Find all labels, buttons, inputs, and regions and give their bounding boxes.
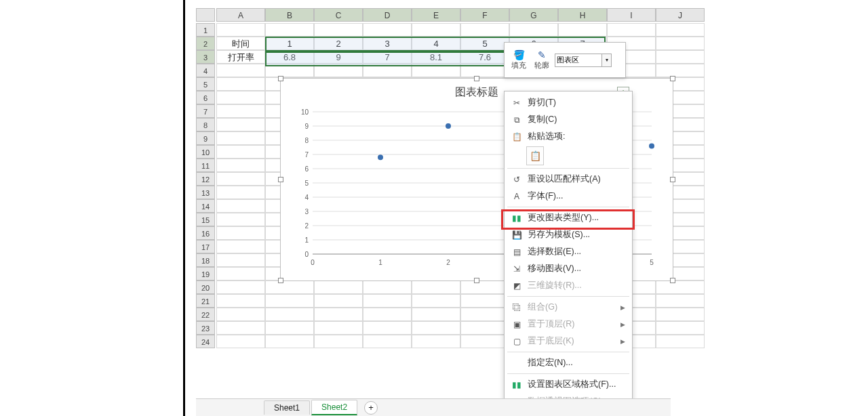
cell[interactable] (412, 294, 460, 308)
cell[interactable] (216, 23, 265, 37)
menu-format-chart-area[interactable]: ▮▮ 设置图表区域格式(F)... (505, 376, 632, 393)
cell[interactable] (216, 294, 265, 308)
row-header[interactable]: 18 (196, 253, 215, 267)
cell[interactable] (460, 280, 509, 294)
resize-handle[interactable] (278, 76, 283, 81)
cell[interactable] (607, 23, 656, 37)
cell[interactable] (314, 308, 363, 321)
cell[interactable] (558, 23, 607, 37)
cell[interactable] (265, 308, 314, 321)
column-header[interactable]: G (509, 8, 558, 22)
cell[interactable] (265, 335, 314, 348)
row-header[interactable]: 15 (196, 213, 215, 226)
row-header[interactable]: 12 (196, 172, 215, 186)
chart-area-input[interactable] (555, 54, 602, 67)
row-header[interactable]: 6 (196, 91, 215, 104)
cell[interactable] (216, 159, 265, 172)
cell[interactable] (412, 308, 460, 321)
menu-copy[interactable]: ⧉ 复制(C) (505, 111, 632, 128)
resize-handle[interactable] (278, 278, 283, 283)
sheet-tab[interactable]: Sheet1 (264, 400, 310, 415)
cell[interactable] (460, 308, 509, 321)
column-header[interactable]: C (314, 8, 363, 22)
row-header[interactable]: 23 (196, 321, 215, 335)
cell[interactable] (656, 64, 705, 77)
cell[interactable] (265, 23, 314, 37)
cell[interactable] (216, 186, 265, 199)
cell[interactable] (363, 23, 412, 37)
row-header[interactable]: 20 (196, 280, 215, 294)
resize-handle[interactable] (278, 177, 283, 182)
menu-select-data[interactable]: ▤ 选择数据(E)... (505, 243, 632, 260)
cell[interactable] (412, 321, 460, 335)
cell[interactable] (460, 23, 509, 37)
cell[interactable] (216, 172, 265, 186)
cell[interactable] (314, 335, 363, 348)
cell[interactable] (216, 91, 265, 104)
cell[interactable] (460, 294, 509, 308)
row-header[interactable]: 2 (196, 37, 215, 50)
cell[interactable] (656, 50, 705, 64)
cell[interactable] (412, 23, 460, 37)
cell[interactable] (460, 321, 509, 335)
cell[interactable] (363, 335, 412, 348)
cell[interactable] (216, 118, 265, 131)
row-header[interactable]: 1 (196, 23, 215, 37)
cell[interactable] (216, 213, 265, 226)
row-header[interactable]: 8 (196, 118, 215, 131)
menu-assign-macro[interactable]: 指定宏(N)... (505, 354, 632, 371)
row-header[interactable]: 9 (196, 131, 215, 145)
cell[interactable] (314, 23, 363, 37)
column-header[interactable]: E (412, 8, 460, 22)
cell[interactable] (363, 308, 412, 321)
row-header[interactable]: 7 (196, 104, 215, 118)
menu-cut[interactable]: ✂ 剪切(T) (505, 94, 632, 111)
sheet-tab[interactable]: Sheet2 (311, 400, 357, 415)
column-header[interactable]: F (460, 8, 509, 22)
column-header[interactable]: J (656, 8, 705, 22)
resize-handle[interactable] (670, 177, 675, 182)
cell[interactable] (265, 294, 314, 308)
cell[interactable] (656, 23, 705, 37)
cell[interactable] (216, 226, 265, 240)
row-header[interactable]: 21 (196, 294, 215, 308)
cell[interactable] (363, 294, 412, 308)
cell[interactable] (216, 335, 265, 348)
cell[interactable] (656, 308, 705, 321)
cell[interactable] (216, 267, 265, 280)
row-header[interactable]: 11 (196, 159, 215, 172)
cell[interactable] (216, 131, 265, 145)
cell[interactable] (314, 280, 363, 294)
column-header[interactable]: H (558, 8, 607, 22)
cell[interactable] (460, 335, 509, 348)
cell[interactable] (656, 280, 705, 294)
outline-button[interactable]: ✎ 轮廓 (532, 49, 552, 70)
cell[interactable] (216, 77, 265, 91)
cell[interactable] (216, 240, 265, 253)
cell[interactable] (363, 280, 412, 294)
row-header[interactable]: 3 (196, 50, 215, 64)
cell[interactable] (216, 104, 265, 118)
cell[interactable] (363, 321, 412, 335)
row-header[interactable]: 5 (196, 77, 215, 91)
menu-save-as-template[interactable]: 💾 另存为模板(S)... (505, 226, 632, 243)
cell[interactable] (314, 321, 363, 335)
cell[interactable] (656, 294, 705, 308)
cell[interactable] (656, 335, 705, 348)
fill-button[interactable]: 🪣 填充 (509, 49, 529, 70)
cell[interactable]: 打开率 (216, 50, 265, 64)
menu-change-chart-type[interactable]: ▮▮ 更改图表类型(Y)... (505, 209, 632, 226)
cell[interactable] (216, 308, 265, 321)
cell[interactable] (216, 145, 265, 159)
cell[interactable] (216, 64, 265, 77)
column-header[interactable]: I (607, 8, 656, 22)
resize-handle[interactable] (474, 278, 479, 283)
row-header[interactable]: 22 (196, 308, 215, 321)
row-header[interactable]: 24 (196, 335, 215, 348)
resize-handle[interactable] (670, 76, 675, 81)
chart-area-selector[interactable]: ▾ (555, 54, 612, 67)
chevron-down-icon[interactable]: ▾ (602, 54, 612, 67)
cell[interactable] (656, 321, 705, 335)
column-header[interactable]: D (363, 8, 412, 22)
menu-font[interactable]: A 字体(F)... (505, 188, 632, 205)
